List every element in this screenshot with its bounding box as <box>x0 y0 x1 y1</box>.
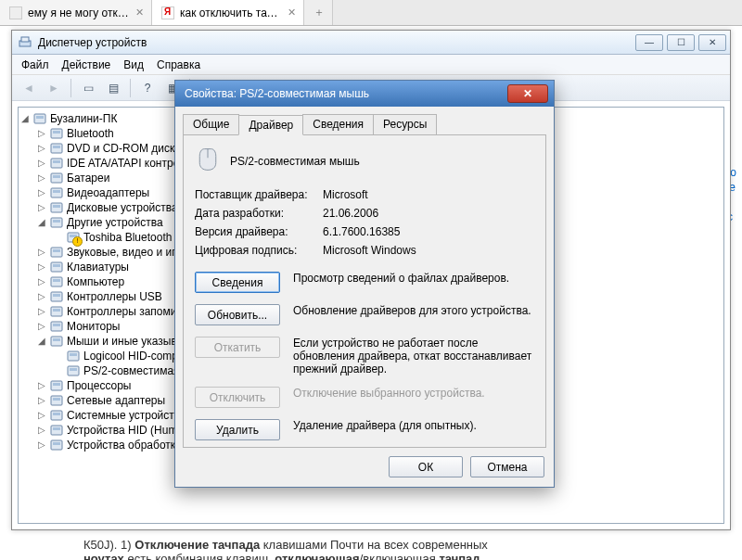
tab-general[interactable]: Общие <box>183 114 239 134</box>
expand-icon[interactable]: ◢ <box>37 215 46 230</box>
expand-icon[interactable]: ▷ <box>37 274 46 289</box>
tree-label: Клавиатуры <box>67 260 129 274</box>
tree-label: Дисковые устройства <box>67 200 178 215</box>
svg-rect-15 <box>53 205 60 208</box>
browser-tab[interactable]: как отключить тачпад на н… ✕ <box>152 0 304 25</box>
hid-icon <box>49 423 64 438</box>
svg-rect-43 <box>53 413 60 415</box>
page-body-text: К50J). 1) Отключение тачпада клавишами П… <box>83 538 723 560</box>
expand-icon[interactable]: ▷ <box>37 289 46 304</box>
network-icon <box>49 393 64 408</box>
cancel-button[interactable]: Отмена <box>470 456 544 477</box>
svg-rect-45 <box>53 427 60 430</box>
menu-view[interactable]: Вид <box>123 58 144 71</box>
tree-label: Контроллеры USB <box>67 289 162 304</box>
keyboard-icon <box>49 260 64 274</box>
spacer <box>54 230 63 245</box>
svg-rect-13 <box>53 190 60 193</box>
favicon-icon <box>161 6 174 19</box>
window-titlebar[interactable]: Диспетчер устройств — ☐ ✕ <box>12 31 730 55</box>
uninstall-driver-button[interactable]: Удалить <box>195 419 280 440</box>
nav-fwd-button[interactable]: ► <box>43 78 65 98</box>
svg-rect-7 <box>53 146 60 148</box>
menu-file[interactable]: Файл <box>21 58 49 71</box>
minimize-button[interactable]: — <box>635 34 663 51</box>
close-button[interactable]: ✕ <box>698 34 726 51</box>
expand-icon[interactable]: ▷ <box>37 393 46 408</box>
expand-icon[interactable]: ▷ <box>37 171 46 185</box>
window-title: Диспетчер устройств <box>38 36 630 49</box>
tree-label: Компьютер <box>67 274 124 289</box>
tab-details[interactable]: Сведения <box>302 114 374 134</box>
nav-back-button[interactable]: ◄ <box>18 78 40 98</box>
expand-icon[interactable]: ▷ <box>37 319 46 334</box>
expand-icon[interactable]: ▷ <box>37 156 46 171</box>
tab-close-icon[interactable]: ✕ <box>135 6 144 19</box>
browser-tab[interactable]: ему я не могу отключит… ✕ <box>0 0 152 25</box>
update-driver-button[interactable]: Обновить... <box>195 304 280 325</box>
ok-button[interactable]: ОК <box>389 456 463 477</box>
expand-icon[interactable]: ▷ <box>37 200 46 215</box>
new-tab-button[interactable]: ＋ <box>304 0 333 25</box>
expand-icon[interactable]: ▷ <box>37 260 46 274</box>
label: Поставщик драйвера: <box>195 188 323 201</box>
svg-rect-31 <box>53 324 60 326</box>
dialog-tabs: Общие Драйвер Сведения Ресурсы <box>183 114 546 134</box>
menu-help[interactable]: Справка <box>157 58 200 71</box>
browser-tab-strip: ему я не могу отключит… ✕ как отключить … <box>0 0 742 26</box>
expand-icon[interactable]: ▷ <box>37 245 46 260</box>
help-icon[interactable]: ? <box>136 78 159 98</box>
spacer <box>54 349 63 363</box>
display-icon <box>49 185 64 200</box>
disk-icon <box>49 200 64 215</box>
driver-details-button[interactable]: Сведения <box>195 272 280 293</box>
system-icon <box>49 408 64 423</box>
button-desc: Обновление драйверов для этого устройств… <box>293 304 534 317</box>
expand-icon[interactable]: ▷ <box>37 438 46 452</box>
svg-rect-3 <box>36 116 44 119</box>
tab-resources[interactable]: Ресурсы <box>373 114 437 134</box>
svg-rect-21 <box>53 249 60 252</box>
usb-icon <box>49 289 64 304</box>
expand-icon[interactable]: ▷ <box>37 378 46 393</box>
spacer <box>54 363 63 378</box>
imaging-icon <box>49 438 64 452</box>
button-desc: Если устройство не работает после обновл… <box>293 337 534 375</box>
tree-label: Другие устройства <box>67 215 163 230</box>
mouse-icon <box>195 146 221 175</box>
expand-icon[interactable]: ▷ <box>37 423 46 438</box>
toolbar-button[interactable]: ▭ <box>77 78 99 98</box>
svg-rect-47 <box>53 442 60 445</box>
toolbar-separator <box>70 79 71 97</box>
mouse-icon <box>66 349 81 363</box>
expand-icon[interactable]: ▷ <box>37 408 46 423</box>
svg-rect-41 <box>53 398 60 401</box>
dialog-titlebar[interactable]: Свойства: PS/2-совместимая мышь ✕ <box>175 81 554 107</box>
svg-rect-29 <box>53 309 60 312</box>
expand-icon[interactable]: ▷ <box>37 304 46 319</box>
svg-rect-27 <box>53 294 60 297</box>
computer-icon <box>32 111 47 126</box>
battery-icon <box>49 171 64 185</box>
tab-driver[interactable]: Драйвер <box>238 115 303 135</box>
expand-icon[interactable]: ▷ <box>37 126 46 141</box>
bluetooth-icon <box>49 126 64 141</box>
svg-rect-5 <box>53 131 60 134</box>
maximize-button[interactable]: ☐ <box>667 34 695 51</box>
tab-close-icon[interactable]: ✕ <box>288 6 296 19</box>
computer-icon <box>18 35 32 50</box>
favicon-icon <box>9 6 22 19</box>
label: Дата разработки: <box>195 207 323 220</box>
toolbar-button[interactable]: ▤ <box>102 78 124 98</box>
expand-icon[interactable]: ▷ <box>37 185 46 200</box>
tree-label: Toshiba Bluetooth <box>83 230 172 245</box>
close-button[interactable]: ✕ <box>507 84 548 103</box>
menu-action[interactable]: Действие <box>62 58 111 71</box>
svg-rect-17 <box>53 220 60 223</box>
device-name: PS/2-совместимая мышь <box>230 155 360 168</box>
expand-icon[interactable]: ▷ <box>37 141 46 156</box>
svg-rect-9 <box>53 160 60 163</box>
expand-icon[interactable]: ◢ <box>37 334 46 349</box>
collapse-icon[interactable]: ◢ <box>20 111 30 126</box>
ide-icon <box>49 156 64 171</box>
